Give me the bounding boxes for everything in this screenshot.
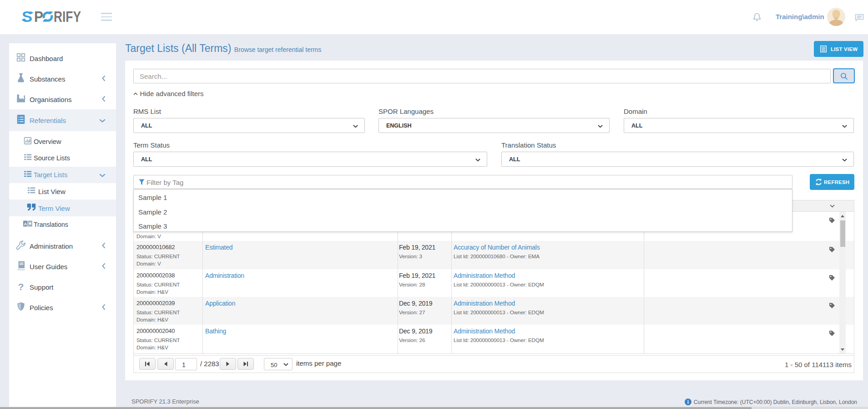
svg-text:RIFY: RIFY (54, 9, 81, 25)
svg-text:P: P (34, 9, 43, 25)
svg-text:A: A (24, 222, 27, 226)
